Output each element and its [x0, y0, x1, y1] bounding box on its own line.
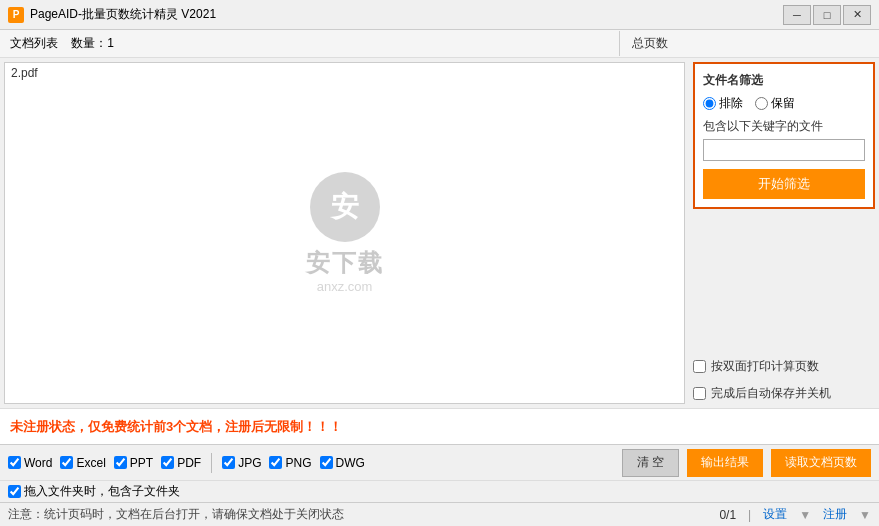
app-icon: P	[8, 7, 24, 23]
watermark-sub-text: anxz.com	[306, 279, 384, 294]
warning-text: 未注册状态，仅免费统计前3个文档，注册后无限制！！！	[10, 418, 342, 436]
file-list-area[interactable]: 2.pdf 安 安下载 anxz.com	[4, 62, 685, 404]
watermark-icon: 安	[310, 172, 380, 242]
filter-input[interactable]	[703, 139, 865, 161]
checkbox-png-label: PNG	[285, 456, 311, 470]
status-right: 0/1 | 设置 ▼ 注册 ▼	[719, 506, 871, 523]
maximize-button[interactable]: □	[813, 5, 841, 25]
checkbox-png[interactable]: PNG	[269, 456, 311, 470]
checkbox-pdf-label: PDF	[177, 456, 201, 470]
radio-exclude[interactable]: 排除	[703, 95, 743, 112]
minimize-button[interactable]: ─	[783, 5, 811, 25]
top-bar: 文档列表 数量：1 总页数	[0, 30, 879, 58]
file-count-label: 数量：1	[71, 36, 114, 50]
filter-box: 文件名筛选 排除 保留 包含以下关键字的文件 开始筛选	[693, 62, 875, 209]
checkbox-excel-label: Excel	[76, 456, 105, 470]
toolbar-separator-1	[211, 453, 212, 473]
warning-area: 未注册状态，仅免费统计前3个文档，注册后无限制！！！	[0, 408, 879, 444]
checkbox-dwg-label: DWG	[336, 456, 365, 470]
checkbox-dwg[interactable]: DWG	[320, 456, 365, 470]
checkbox-auto-shutdown[interactable]: 完成后自动保存并关机	[693, 383, 875, 404]
file-list-header: 文档列表 数量：1	[10, 35, 619, 52]
right-panel: 文件名筛选 排除 保留 包含以下关键字的文件 开始筛选	[689, 58, 879, 408]
read-pages-button[interactable]: 读取文档页数	[771, 449, 871, 477]
checkbox-double-sided[interactable]: 按双面打印计算页数	[693, 356, 875, 377]
checkbox-jpg[interactable]: JPG	[222, 456, 261, 470]
filter-radio-group: 排除 保留	[703, 95, 865, 112]
right-panel-spacer	[693, 215, 875, 350]
export-button[interactable]: 输出结果	[687, 449, 763, 477]
checkbox-pdf[interactable]: PDF	[161, 456, 201, 470]
checkbox-word-label: Word	[24, 456, 52, 470]
bottom-toolbar: Word Excel PPT PDF JPG PNG DWG 清 空 输出结	[0, 444, 879, 480]
close-button[interactable]: ✕	[843, 5, 871, 25]
checkbox-word[interactable]: Word	[8, 456, 52, 470]
status-bar: 注意：统计页码时，文档在后台打开，请确保文档处于关闭状态 0/1 | 设置 ▼ …	[0, 502, 879, 526]
watermark: 安 安下载 anxz.com	[306, 172, 384, 294]
window-controls: ─ □ ✕	[783, 5, 871, 25]
main-container: 文档列表 数量：1 总页数 2.pdf 安 安下载 anxz.com 文件名筛	[0, 30, 879, 526]
checkbox-excel[interactable]: Excel	[60, 456, 105, 470]
checkbox-jpg-label: JPG	[238, 456, 261, 470]
checkbox-subfolders[interactable]: 拖入文件夹时，包含子文件夹	[8, 483, 180, 500]
subfolder-row: 拖入文件夹时，包含子文件夹	[0, 480, 879, 502]
register-link[interactable]: 注册	[823, 506, 847, 523]
page-info: 0/1	[719, 508, 736, 522]
title-text: PageAID-批量页数统计精灵 V2021	[30, 6, 783, 23]
page-count-header: 总页数	[619, 31, 679, 56]
watermark-main-text: 安下载	[306, 247, 384, 279]
file-list-label: 文档列表	[10, 36, 58, 50]
checkbox-ppt[interactable]: PPT	[114, 456, 153, 470]
status-note: 注意：统计页码时，文档在后台打开，请确保文档处于关闭状态	[8, 506, 719, 523]
list-item: 2.pdf	[5, 63, 684, 83]
filter-title: 文件名筛选	[703, 72, 865, 89]
settings-link[interactable]: 设置	[763, 506, 787, 523]
title-bar: P PageAID-批量页数统计精灵 V2021 ─ □ ✕	[0, 0, 879, 30]
radio-keep[interactable]: 保留	[755, 95, 795, 112]
filter-keyword-label: 包含以下关键字的文件	[703, 118, 865, 135]
checkbox-ppt-label: PPT	[130, 456, 153, 470]
filter-start-button[interactable]: 开始筛选	[703, 169, 865, 199]
clear-button[interactable]: 清 空	[622, 449, 679, 477]
subfolder-label: 拖入文件夹时，包含子文件夹	[24, 483, 180, 500]
content-area: 2.pdf 安 安下载 anxz.com 文件名筛选 排除	[0, 58, 879, 408]
